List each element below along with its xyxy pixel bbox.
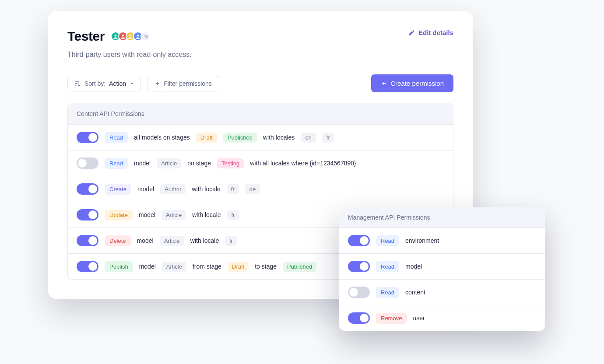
- edit-details-label: Edit details: [418, 29, 453, 36]
- permission-row: Readenvironment: [339, 228, 545, 254]
- perm-text: with locales: [263, 134, 295, 141]
- chevron-down-icon: [130, 81, 134, 86]
- filter-button[interactable]: Filter permissions: [147, 76, 219, 91]
- permission-toggle[interactable]: [77, 183, 98, 195]
- perm-text: model: [139, 263, 156, 270]
- permission-row: Readcontent: [339, 280, 545, 305]
- permission-toggle[interactable]: [77, 235, 98, 246]
- locale-chip: de: [245, 184, 260, 194]
- permission-toggle[interactable]: [348, 235, 370, 246]
- stage-chip: Testing: [217, 158, 244, 168]
- perm-text: with locale: [190, 237, 219, 244]
- action-badge: Remove: [376, 313, 407, 324]
- action-badge: Publish: [105, 261, 133, 272]
- action-badge: Read: [376, 235, 399, 246]
- locale-chip: en: [301, 133, 316, 143]
- svg-point-1: [122, 35, 124, 37]
- permission-row: Readall models on stagesDraftPublishedwi…: [68, 125, 453, 150]
- svg-point-0: [114, 35, 116, 37]
- perm-text: content: [405, 289, 425, 296]
- title-block: Tester +3: [67, 29, 150, 44]
- sort-prefix: Sort by:: [84, 80, 105, 87]
- toolbar-left: Sort by: Action Filter permissions: [67, 76, 219, 91]
- svg-point-3: [137, 35, 139, 37]
- perm-text: model: [134, 160, 151, 167]
- content-permissions-header: Content API Permissions: [68, 103, 453, 125]
- perm-text: with all locales where {id=1234567890}: [250, 160, 356, 167]
- permission-toggle[interactable]: [77, 158, 98, 169]
- permission-row: Readmodel: [339, 254, 545, 280]
- stage-chip: Published: [283, 262, 316, 272]
- permission-toggle[interactable]: [77, 261, 98, 272]
- filter-label: Filter permissions: [164, 80, 212, 87]
- permission-toggle[interactable]: [348, 312, 370, 324]
- stage-chip: Published: [223, 133, 257, 143]
- perm-text: all models on stages: [134, 134, 190, 141]
- page-subtitle: Third-party users with read-only access.: [67, 51, 453, 59]
- perm-text: environment: [405, 237, 439, 244]
- toolbar: Sort by: Action Filter permissions Creat…: [67, 74, 453, 92]
- edit-details-button[interactable]: Edit details: [408, 29, 453, 36]
- plus-icon: [381, 80, 387, 87]
- permission-toggle[interactable]: [348, 287, 370, 298]
- model-chip: Article: [160, 236, 184, 246]
- locale-chip: fr: [322, 133, 334, 143]
- permission-toggle[interactable]: [77, 132, 98, 143]
- perm-text: model: [137, 186, 154, 192]
- permission-row: CreatemodelAuthorwith localefrde: [68, 176, 453, 202]
- locale-chip: fr: [225, 236, 237, 246]
- action-badge: Update: [105, 210, 133, 220]
- stage-chip: Draft: [196, 133, 217, 143]
- perm-text: user: [413, 315, 425, 322]
- management-permissions-card: Management API Permissions Readenvironme…: [339, 207, 545, 331]
- action-badge: Read: [376, 261, 399, 272]
- model-chip: Article: [162, 210, 186, 220]
- perm-text: model: [139, 211, 155, 218]
- perm-text: with locale: [192, 186, 220, 192]
- avatar-count: +3: [140, 32, 150, 41]
- permission-toggle[interactable]: [77, 209, 98, 220]
- sort-value: Action: [109, 80, 126, 87]
- action-badge: Read: [105, 132, 128, 143]
- sort-button[interactable]: Sort by: Action: [67, 76, 141, 91]
- perm-text: model: [405, 263, 422, 270]
- model-chip: Article: [157, 158, 181, 168]
- avatar-group: +3: [111, 32, 150, 41]
- action-badge: Delete: [105, 235, 131, 246]
- plus-icon: [155, 80, 160, 86]
- action-badge: Read: [105, 158, 128, 169]
- management-permissions-header: Management API Permissions: [339, 207, 545, 228]
- page-title: Tester: [67, 29, 105, 44]
- header-row: Tester +3 Edit details: [67, 29, 453, 44]
- stage-chip: Draft: [228, 262, 249, 272]
- permission-toggle[interactable]: [348, 261, 370, 272]
- model-chip: Article: [162, 262, 186, 272]
- permission-row: Removeuser: [339, 305, 545, 331]
- action-badge: Create: [105, 184, 131, 195]
- create-label: Create permission: [390, 80, 444, 87]
- permission-row: ReadmodelArticleon stageTestingwith all …: [68, 150, 453, 176]
- svg-point-2: [129, 35, 131, 37]
- sort-icon: [74, 80, 81, 87]
- perm-text: from stage: [193, 263, 221, 270]
- create-permission-button[interactable]: Create permission: [371, 74, 453, 92]
- model-chip: Author: [160, 184, 186, 194]
- perm-text: to stage: [255, 263, 277, 270]
- pencil-icon: [408, 29, 415, 36]
- perm-text: model: [137, 237, 154, 244]
- perm-text: with locale: [192, 211, 221, 218]
- locale-chip: fr: [227, 184, 239, 194]
- action-badge: Read: [376, 287, 399, 298]
- locale-chip: fr: [227, 210, 239, 220]
- perm-text: on stage: [187, 160, 211, 167]
